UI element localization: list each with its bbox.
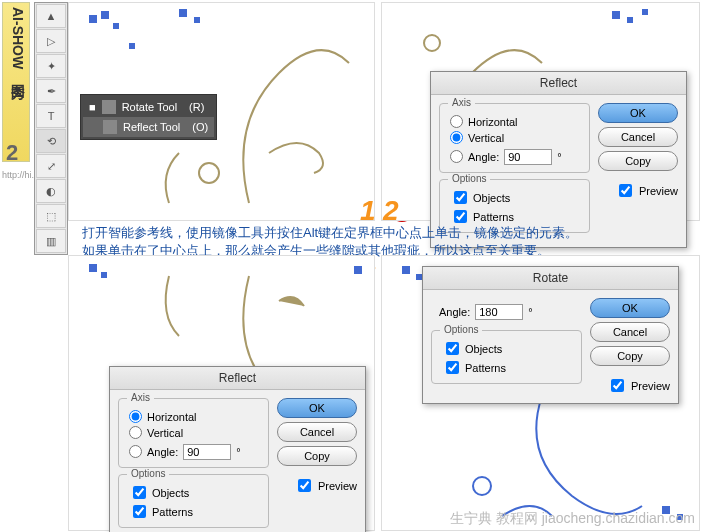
degree-symbol: ° xyxy=(528,306,532,318)
panel-3: Reflect Axis Horizontal Vertical Angle: … xyxy=(68,255,375,531)
rotate-key: (R) xyxy=(189,101,204,113)
panel-4: Rotate Angle: ° Options Objects Patterns… xyxy=(381,255,700,531)
objects-label: Objects xyxy=(473,192,510,204)
svg-rect-6 xyxy=(194,17,200,23)
dialog-title: Reflect xyxy=(431,72,686,95)
svg-rect-2 xyxy=(101,11,109,19)
cancel-button[interactable]: Cancel xyxy=(590,322,670,342)
toolbox-palette: ▲ ▷ ✦ ✒ T ⟲ ⤢ ◐ ⬚ ▥ xyxy=(34,2,68,255)
panel-number-2: 2 xyxy=(383,195,399,227)
cancel-button[interactable]: Cancel xyxy=(598,127,678,147)
type-tool[interactable]: T xyxy=(36,104,66,128)
preview-checkbox[interactable]: Preview xyxy=(598,181,678,200)
cancel-button[interactable]: Cancel xyxy=(277,422,357,442)
copy-button[interactable]: Copy xyxy=(598,151,678,171)
ok-button[interactable]: OK xyxy=(277,398,357,418)
reflect-icon xyxy=(103,120,117,134)
patterns-checkbox[interactable]: Patterns xyxy=(129,502,193,521)
objects-checkbox[interactable]: Objects xyxy=(442,339,502,358)
reflect-tool-item[interactable]: Reflect Tool (O) xyxy=(83,117,214,137)
objects-checkbox[interactable]: Objects xyxy=(450,188,510,207)
svg-rect-11 xyxy=(89,264,97,272)
preview-label: Preview xyxy=(639,185,678,197)
svg-rect-8 xyxy=(612,11,620,19)
watermark: 生宁典 教程网 jiaocheng.chazidian.com xyxy=(450,510,695,528)
selection-tool[interactable]: ▲ xyxy=(36,4,66,28)
axis-group: Axis Horizontal Vertical Angle: ° xyxy=(439,103,590,173)
reflect-key: (O) xyxy=(192,121,208,133)
objects-label: Objects xyxy=(465,343,502,355)
scale-tool[interactable]: ⤢ xyxy=(36,154,66,178)
horizontal-radio[interactable]: Horizontal xyxy=(129,410,258,423)
graph-tool[interactable]: ▥ xyxy=(36,229,66,253)
free-transform-tool[interactable]: ⬚ xyxy=(36,204,66,228)
degree-symbol: ° xyxy=(236,446,240,458)
vertical-radio[interactable]: Vertical xyxy=(450,131,579,144)
options-group: Options Objects Patterns xyxy=(431,330,582,384)
angle-input[interactable] xyxy=(504,149,552,165)
vertical-radio[interactable]: Vertical xyxy=(129,426,258,439)
options-legend: Options xyxy=(448,173,490,184)
objects-checkbox[interactable]: Objects xyxy=(129,483,189,502)
svg-rect-15 xyxy=(402,266,410,274)
dialog-title: Rotate xyxy=(423,267,678,290)
rotate-label: Rotate Tool xyxy=(122,101,177,113)
warp-tool[interactable]: ◐ xyxy=(36,179,66,203)
vertical-label: Vertical xyxy=(147,427,183,439)
patterns-label: Patterns xyxy=(152,506,193,518)
reflect-dialog-3: Reflect Axis Horizontal Vertical Angle: … xyxy=(109,366,366,532)
horizontal-radio[interactable]: Horizontal xyxy=(450,115,579,128)
horizontal-label: Horizontal xyxy=(468,116,518,128)
magic-wand-tool[interactable]: ✦ xyxy=(36,54,66,78)
vertical-label: Vertical xyxy=(468,132,504,144)
preview-checkbox[interactable]: Preview xyxy=(277,476,357,495)
options-group: Options Objects Patterns xyxy=(118,474,269,528)
svg-point-7 xyxy=(424,35,440,51)
preview-checkbox[interactable]: Preview xyxy=(590,376,670,395)
rotate-dialog: Rotate Angle: ° Options Objects Patterns… xyxy=(422,266,679,404)
copy-button[interactable]: Copy xyxy=(590,346,670,366)
instruction-line-1: 打开智能参考线，使用镜像工具并按住Alt键在定界框中心点上单击，镜像选定的元素。 xyxy=(82,224,682,242)
rotate-tool-item[interactable]: ■ Rotate Tool (R) xyxy=(83,97,214,117)
svg-rect-4 xyxy=(129,43,135,49)
svg-rect-12 xyxy=(101,272,107,278)
ok-button[interactable]: OK xyxy=(590,298,670,318)
angle-input[interactable] xyxy=(183,444,231,460)
panel-2: Reflect Axis Horizontal Vertical Angle: … xyxy=(381,2,700,221)
svg-rect-9 xyxy=(627,17,633,23)
patterns-checkbox[interactable]: Patterns xyxy=(442,358,506,377)
dot-icon: ■ xyxy=(89,101,96,113)
side-label: AI-SHOW 秀图 xyxy=(2,2,30,162)
angle-label: Angle: xyxy=(439,306,470,318)
svg-rect-5 xyxy=(179,9,187,17)
angle-label: Angle: xyxy=(147,446,178,458)
direct-selection-tool[interactable]: ▷ xyxy=(36,29,66,53)
tool-flyout-menu: ■ Rotate Tool (R) Reflect Tool (O) xyxy=(80,94,217,140)
svg-point-14 xyxy=(473,477,491,495)
axis-legend: Axis xyxy=(448,97,475,108)
angle-label: Angle: xyxy=(468,151,499,163)
ok-button[interactable]: OK xyxy=(598,103,678,123)
reflect-dialog-2: Reflect Axis Horizontal Vertical Angle: … xyxy=(430,71,687,248)
step-number: 2 xyxy=(6,140,18,166)
preview-label: Preview xyxy=(318,480,357,492)
options-legend: Options xyxy=(440,324,482,335)
panel-number-1: 1 xyxy=(360,195,376,227)
horizontal-label: Horizontal xyxy=(147,411,197,423)
svg-rect-1 xyxy=(89,15,97,23)
angle-radio[interactable]: Angle: xyxy=(450,150,499,163)
degree-symbol: ° xyxy=(557,151,561,163)
options-legend: Options xyxy=(127,468,169,479)
svg-rect-3 xyxy=(113,23,119,29)
angle-radio[interactable]: Angle: xyxy=(129,445,178,458)
copy-button[interactable]: Copy xyxy=(277,446,357,466)
angle-input[interactable] xyxy=(475,304,523,320)
pen-tool[interactable]: ✒ xyxy=(36,79,66,103)
axis-group: Axis Horizontal Vertical Angle: ° xyxy=(118,398,269,468)
objects-label: Objects xyxy=(152,487,189,499)
svg-point-0 xyxy=(199,163,219,183)
patterns-label: Patterns xyxy=(465,362,506,374)
rotate-tool[interactable]: ⟲ xyxy=(36,129,66,153)
preview-label: Preview xyxy=(631,380,670,392)
dialog-title: Reflect xyxy=(110,367,365,390)
